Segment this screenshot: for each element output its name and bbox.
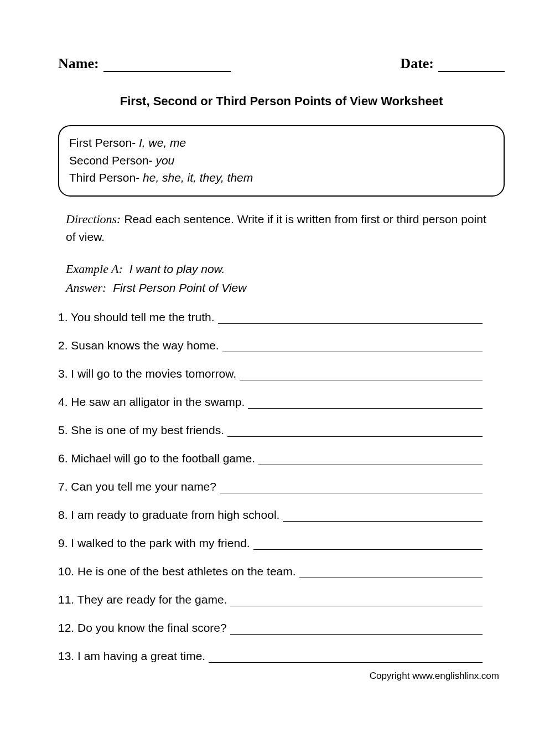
- date-field: Date:: [400, 55, 505, 72]
- info-label-1: First Person-: [69, 136, 139, 149]
- answer-input-line[interactable]: [248, 399, 483, 409]
- question-text: 10. He is one of the best athletes on th…: [58, 565, 299, 578]
- question-text: 5. She is one of my best friends.: [58, 424, 227, 437]
- info-line-1: First Person- I, we, me: [69, 134, 494, 152]
- worksheet-title: First, Second or Third Person Points of …: [58, 94, 505, 109]
- name-label: Name:: [58, 55, 99, 72]
- question-row: 2. Susan knows the way home.: [58, 339, 505, 352]
- question-row: 4. He saw an alligator in the swamp.: [58, 395, 505, 409]
- answer-input-line[interactable]: [220, 483, 483, 493]
- example-a-text: I want to play now.: [129, 262, 225, 275]
- header-row: Name: Date:: [58, 55, 505, 72]
- question-text: 6. Michael will go to the football game.: [58, 452, 258, 465]
- question-row: 7. Can you tell me your name?: [58, 480, 505, 493]
- question-row: 10. He is one of the best athletes on th…: [58, 565, 505, 578]
- info-label-2: Second Person-: [69, 154, 155, 167]
- example-answer-label: Answer:: [66, 281, 106, 295]
- answer-input-line[interactable]: [299, 568, 483, 578]
- question-text: 13. I am having a great time.: [58, 650, 209, 663]
- question-text: 12. Do you know the final score?: [58, 621, 230, 635]
- question-text: 2. Susan knows the way home.: [58, 339, 222, 352]
- answer-input-line[interactable]: [253, 540, 483, 550]
- question-text: 3. I will go to the movies tomorrow.: [58, 367, 240, 380]
- question-text: 11. They are ready for the game.: [58, 593, 230, 606]
- question-row: 8. I am ready to graduate from high scho…: [58, 508, 505, 522]
- answer-input-line[interactable]: [209, 653, 483, 663]
- date-label: Date:: [400, 55, 434, 72]
- answer-input-line[interactable]: [230, 625, 483, 635]
- directions-label: Directions:: [66, 212, 121, 226]
- answer-input-line[interactable]: [227, 427, 483, 437]
- question-row: 11. They are ready for the game.: [58, 593, 505, 606]
- copyright-text: Copyright www.englishlinx.com: [370, 671, 499, 682]
- example-a-row: Example A: I want to play now.: [66, 260, 499, 279]
- example-answer-text: First Person Point of View: [113, 281, 246, 294]
- info-line-2: Second Person- you: [69, 152, 494, 169]
- question-text: 8. I am ready to graduate from high scho…: [58, 508, 283, 522]
- question-row: 12. Do you know the final score?: [58, 621, 505, 635]
- example-answer-row: Answer: First Person Point of View: [66, 279, 499, 297]
- name-input-line[interactable]: [103, 59, 231, 72]
- answer-input-line[interactable]: [283, 512, 483, 522]
- info-box: First Person- I, we, me Second Person- y…: [58, 125, 505, 197]
- answer-input-line[interactable]: [230, 596, 483, 606]
- question-row: 6. Michael will go to the football game.: [58, 452, 505, 465]
- question-text: 9. I walked to the park with my friend.: [58, 537, 253, 550]
- answer-input-line[interactable]: [258, 455, 483, 465]
- question-row: 5. She is one of my best friends.: [58, 424, 505, 437]
- answer-input-line[interactable]: [218, 314, 483, 324]
- question-row: 13. I am having a great time.: [58, 650, 505, 663]
- answer-input-line[interactable]: [240, 370, 483, 380]
- info-examples-1: I, we, me: [139, 136, 186, 149]
- question-text: 4. He saw an alligator in the swamp.: [58, 395, 248, 409]
- worksheet-page: Name: Date: First, Second or Third Perso…: [0, 0, 560, 737]
- questions-list: 1. You should tell me the truth.2. Susan…: [58, 311, 505, 663]
- question-row: 3. I will go to the movies tomorrow.: [58, 367, 505, 380]
- example-block: Example A: I want to play now. Answer: F…: [66, 260, 499, 297]
- date-input-line[interactable]: [438, 59, 505, 72]
- example-a-label: Example A:: [66, 262, 123, 276]
- directions-text: Read each sentence. Write if it is writt…: [66, 213, 486, 243]
- question-text: 1. You should tell me the truth.: [58, 311, 218, 324]
- answer-input-line[interactable]: [222, 342, 483, 352]
- info-examples-3: he, she, it, they, them: [143, 171, 253, 184]
- question-text: 7. Can you tell me your name?: [58, 480, 220, 493]
- name-field: Name:: [58, 55, 231, 72]
- info-examples-2: you: [155, 154, 174, 167]
- question-row: 1. You should tell me the truth.: [58, 311, 505, 324]
- info-label-3: Third Person-: [69, 171, 143, 184]
- directions: Directions:Read each sentence. Write if …: [66, 210, 499, 246]
- info-line-3: Third Person- he, she, it, they, them: [69, 169, 494, 187]
- question-row: 9. I walked to the park with my friend.: [58, 537, 505, 550]
